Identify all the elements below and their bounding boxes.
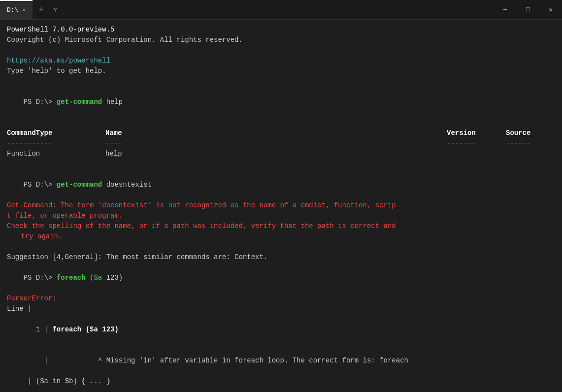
sep-2: ---- [105, 138, 447, 149]
cmd2-line: PS D:\> get-command doesntexist [7, 169, 555, 200]
minimize-button[interactable]: — [494, 0, 517, 19]
prompt-3: PS D:\> [24, 274, 57, 282]
cmd3-line: PS D:\> foreach ($a 123) [7, 262, 555, 294]
th-name: Name [105, 128, 447, 138]
cmd1-arg: help [102, 98, 123, 106]
blank-4 [7, 159, 555, 169]
th-commandtype: CommandType [7, 128, 105, 138]
parser-error-label: ParserError: [7, 294, 555, 304]
val-version [447, 149, 506, 159]
error-line-4: try again. [7, 231, 555, 242]
blank-1 [7, 45, 555, 56]
cmd2-name: get-command [57, 181, 102, 189]
val-name: help [105, 149, 447, 159]
val-source [506, 149, 555, 159]
tab-label: D:\ [7, 6, 18, 14]
parser-indent: | [24, 357, 48, 364]
parser-code-line: 1 | foreach ($a 123) [7, 314, 555, 345]
cmd1-name: get-command [57, 98, 102, 106]
suggestion-line: Suggestion [4,General]: The most similar… [7, 252, 555, 262]
cmd3-space [86, 274, 90, 282]
parser-form-line: | ($a in $b) { ... } [7, 376, 555, 387]
error-line-3: Check the spelling of the name, or if a … [7, 221, 555, 231]
parser-code: foreach ($a 123) [52, 326, 118, 333]
help-hint: Type 'help' to get help. [7, 66, 555, 76]
th-version: Version [447, 128, 506, 138]
maximize-button[interactable]: □ [517, 0, 539, 19]
blank-3 [7, 118, 555, 128]
blank-5 [7, 242, 555, 252]
parser-caret-line: | ^ Missing 'in' after variable in forea… [7, 345, 555, 376]
blank-2 [7, 76, 555, 87]
terminal-output: PowerShell 7.0.0-preview.5 Copyright (c)… [0, 20, 562, 392]
tab-area: D:\ × + ∨ [0, 0, 61, 19]
table-data-row: Function help [7, 149, 555, 159]
cmd3-rest: 123) [102, 274, 123, 282]
error-line-2: t file, or operable program. [7, 211, 555, 221]
sep-4: ------ [506, 138, 555, 149]
new-tab-button[interactable]: + [33, 0, 50, 19]
parser-caret: ^ Missing 'in' after variable in foreach… [48, 357, 408, 364]
titlebar: D:\ × + ∨ — □ ✕ [0, 0, 562, 20]
parser-line-label: Line | [7, 304, 555, 314]
parser-num: 1 | [24, 326, 53, 333]
aka-link: https://aka.ms/powershell [7, 56, 555, 66]
titlebar-controls: — □ ✕ [494, 0, 562, 19]
cmd1-line: PS D:\> get-command help [7, 87, 555, 118]
close-tab-button[interactable]: × [22, 7, 26, 13]
th-source: Source [506, 128, 555, 138]
close-button[interactable]: ✕ [539, 0, 562, 19]
table-sep-row: ----------- ---- ------- ------ [7, 138, 555, 149]
active-tab[interactable]: D:\ × [0, 0, 33, 19]
tab-dropdown-button[interactable]: ∨ [50, 0, 61, 19]
error-line-1: Get-Command: The term 'doesntexist' is n… [7, 200, 555, 211]
blank-6 [7, 387, 555, 392]
cmd3-keyword: foreach [57, 274, 86, 282]
prompt-1: PS D:\> [24, 98, 57, 106]
table-header-full: CommandType Name Version Source [7, 128, 555, 138]
prompt-2: PS D:\> [24, 181, 57, 189]
cmd2-arg: doesntexist [102, 181, 152, 189]
sep-3: ------- [447, 138, 506, 149]
val-commandtype: Function [7, 149, 105, 159]
copyright-line: Copyright (c) Microsoft Corporation. All… [7, 35, 555, 45]
sep-1: ----------- [7, 138, 105, 149]
cmd3-var: ($a [90, 274, 102, 282]
powershell-version: PowerShell 7.0.0-preview.5 [7, 25, 555, 35]
